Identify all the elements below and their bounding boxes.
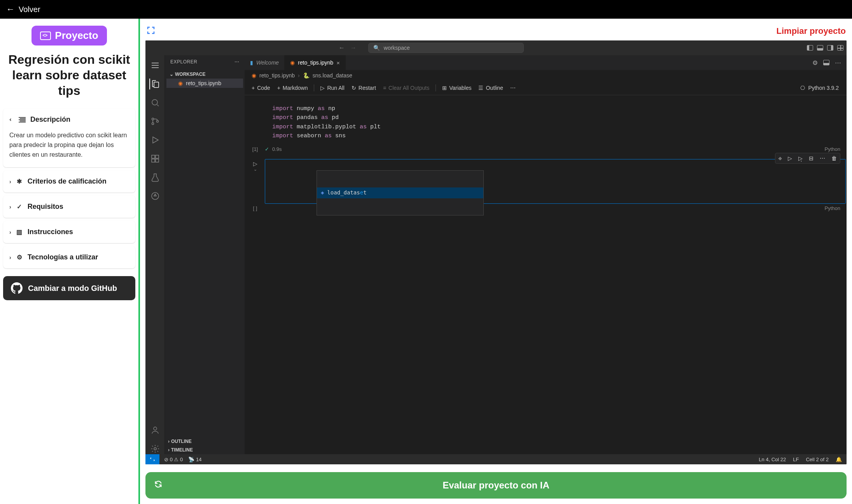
cursor-position[interactable]: Ln 4, Col 22 [759,457,786,462]
explorer-panel: EXPLORER ⋯ ⌄ WORKSPACE ◉ reto_tips.ipynb [165,55,245,454]
menu-icon[interactable] [150,60,161,71]
back-label: Volver [19,5,40,14]
accordion-label: Instrucciones [28,228,73,236]
accordion-header-tecnologias[interactable]: › ⚙ Tecnologías a utilizar [3,246,135,268]
evaluate-button[interactable]: Evaluar proyecto con IA [145,472,847,499]
outline-icon: ☰ [478,85,483,91]
more-icon[interactable]: ⋯ [817,153,828,163]
execute-above-icon[interactable]: ▷̩ [795,153,806,163]
command-palette-search[interactable]: 🔍 workspace [368,43,524,53]
ports-indicator[interactable]: 📡 14 [188,457,201,462]
timeline-section[interactable]: › TIMELINE [165,446,245,454]
back-button[interactable]: ← Volver [6,4,40,14]
vscode-titlebar: ← → 🔍 workspace [145,40,847,55]
notifications-icon[interactable]: 🔔 [836,457,842,462]
project-badge: Proyecto [31,26,107,46]
clear-outputs-button[interactable]: ≡Clear All Outputs [380,83,432,93]
tab-welcome[interactable]: ▮ Welcome [245,55,285,70]
layout-customize-icon[interactable] [837,45,843,51]
breadcrumb-symbol: sns.load_datase [313,72,352,79]
accordion-label: Tecnologías a utilizar [28,253,98,261]
notebook-toolbar: +Code +Markdown ▷Run All ↻Restart ≡Clear… [245,81,847,95]
cell-indicator[interactable]: Cell 2 of 2 [806,457,829,462]
breadcrumb-file: reto_tips.ipynb [259,72,295,79]
layout-sidebar-left-icon[interactable] [807,45,813,51]
accordion-requisitos: › ✓ Requisitos [3,196,135,218]
svg-rect-10 [152,159,155,162]
evaluate-label: Evaluar proyecto con IA [443,480,549,491]
autocomplete-item[interactable]: ◈ load_dataset [317,187,483,198]
layout-sidebar-right-icon[interactable] [827,45,833,51]
run-debug-icon[interactable] [150,135,161,145]
source-control-icon[interactable] [150,116,161,127]
layout-panel-icon[interactable] [817,45,823,51]
accordion-header-requisitos[interactable]: › ✓ Requisitos [3,196,135,218]
outline-section[interactable]: › OUTLINE [165,437,245,446]
run-all-button[interactable]: ▷Run All [317,83,347,93]
outline-label: OUTLINE [171,439,192,444]
svg-point-7 [152,123,154,125]
project-sidebar: Proyecto Regresión con scikit learn sobr… [0,19,140,504]
extensions-icon[interactable] [150,153,161,164]
nav-forward-icon[interactable]: → [350,44,357,51]
chevron-down-icon[interactable]: ⌄ [254,167,257,172]
tab-reto-tips[interactable]: ◉ reto_tips.ipynb × [285,55,346,70]
add-markdown-button[interactable]: +Markdown [274,83,311,93]
vscode-statusbar: ⊘ 0 ⚠ 0 📡 14 Ln 4, Col 22 LF Cell 2 of 2… [145,454,847,464]
more-icon[interactable]: ⋯ [234,59,240,65]
delete-cell-icon[interactable]: 🗑 [828,153,840,163]
github-mode-button[interactable]: Cambiar a modo GitHub [3,276,135,300]
accordion-header-instrucciones[interactable]: › ▥ Instrucciones [3,221,135,243]
run-by-line-icon[interactable]: ⎆ [775,153,785,163]
tab-label: Welcome [256,60,279,66]
testing-icon[interactable] [150,172,161,183]
accounts-icon[interactable] [150,425,161,436]
close-icon[interactable]: × [336,60,340,66]
svg-point-15 [154,448,156,450]
cell-editor[interactable]: import numpy as npimport pandas as pdimp… [265,100,846,145]
split-cell-icon[interactable]: ⊟ [806,153,817,163]
run-cell-icon[interactable]: ▷ [253,161,257,167]
outline-button[interactable]: ☰Outline [475,83,506,93]
asterisk-icon: ✱ [16,178,23,185]
line-ending[interactable]: LF [793,457,799,462]
svg-rect-9 [152,155,155,158]
cell-editor[interactable]: sns.load_datase ◈ load_dataset [265,159,846,204]
explorer-icon[interactable] [149,79,160,89]
toggle-panel-icon[interactable] [823,60,829,65]
live-share-icon[interactable] [150,191,161,201]
more-icon[interactable]: ⋯ [835,59,841,66]
file-item-reto-tips[interactable]: ◉ reto_tips.ipynb [166,79,243,88]
search-placeholder: workspace [384,45,410,51]
chevron-right-icon: › [9,178,11,185]
clean-project-button[interactable]: Limpiar proyecto [777,26,846,36]
settings-gear-icon[interactable] [150,443,161,454]
check-icon: ✓ [265,146,269,152]
accordion-header-criterios[interactable]: › ✱ Criterios de calificación [3,170,135,192]
svg-point-14 [154,427,157,430]
workspace-section[interactable]: ⌄ WORKSPACE [166,70,243,79]
more-icon[interactable]: ⋯ [507,83,519,93]
jupyter-icon: ◉ [252,72,256,79]
gear-icon: ⚙ [16,254,23,261]
breadcrumb[interactable]: ◉ reto_tips.ipynb › 🐍 sns.load_datase [245,70,847,81]
fullscreen-icon[interactable] [146,26,156,37]
execute-cell-icon[interactable]: ▷ [785,153,795,163]
add-code-button[interactable]: +Code [248,83,273,93]
collapse-handle[interactable] [139,170,140,181]
cell-toolbar: ⎆ ▷ ▷̩ ⊟ ⋯ 🗑 [775,153,840,164]
svg-point-5 [152,100,157,105]
kernel-selector[interactable]: ⎔ Python 3.9.2 [800,85,843,91]
badge-label: Proyecto [55,30,98,42]
remote-indicator[interactable] [145,454,159,464]
execution-time: 0.9s [272,146,282,152]
restart-button[interactable]: ↻Restart [348,83,379,93]
variables-button[interactable]: ⊞Variables [439,83,474,93]
accordion-header-descripcion[interactable]: ⌄ Descripción [3,108,135,131]
github-button-label: Cambiar a modo GitHub [28,284,117,293]
plus-icon: + [252,85,255,91]
problems-indicator[interactable]: ⊘ 0 ⚠ 0 [164,457,183,462]
nav-back-icon[interactable]: ← [339,44,345,51]
search-icon[interactable] [150,97,161,108]
settings-icon[interactable]: ⚙ [812,59,818,66]
